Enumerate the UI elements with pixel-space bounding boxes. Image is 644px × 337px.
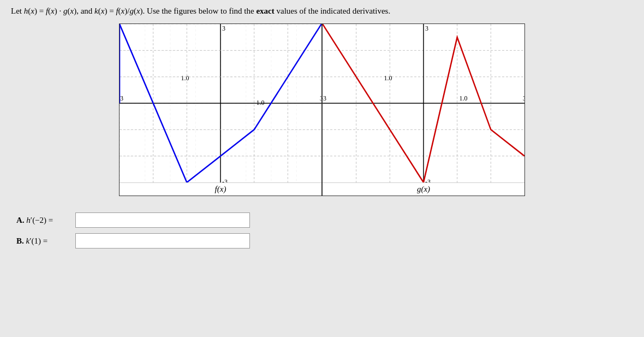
svg-text:-3: -3: [222, 178, 228, 182]
svg-text:3: 3: [523, 94, 524, 102]
graphs-container: -3 3 3 -3 1.0 1.0: [11, 23, 633, 196]
fx-graph-wrapper: -3 3 3 -3 1.0 1.0: [119, 23, 322, 196]
svg-text:3: 3: [222, 25, 225, 32]
gx-label: g(x): [323, 182, 524, 196]
svg-text:1.0: 1.0: [384, 74, 392, 82]
answer-label-A: A. h′(−2) =: [16, 216, 71, 225]
svg-text:3: 3: [425, 25, 428, 32]
fx-label: f(x): [120, 182, 321, 196]
svg-text:1.0: 1.0: [181, 74, 189, 82]
svg-text:3: 3: [320, 94, 321, 102]
answer-label-B: B. k′(1) =: [16, 237, 71, 246]
answers-section: A. h′(−2) = B. k′(1) =: [11, 212, 633, 249]
answer-row-B: B. k′(1) =: [16, 233, 633, 249]
svg-text:-3: -3: [425, 178, 431, 182]
svg-text:1.0: 1.0: [257, 99, 265, 107]
answer-row-A: A. h′(−2) =: [16, 212, 633, 228]
answer-input-B[interactable]: [75, 233, 250, 249]
gx-graph-canvas: -3 3 3 -3 1.0 1.0: [323, 24, 524, 182]
answer-input-A[interactable]: [75, 212, 250, 228]
gx-graph-wrapper: -3 3 3 -3 1.0 1.0 g(x): [322, 23, 525, 196]
problem-statement: Let h(x) = f(x) · g(x), and k(x) = f(x)/…: [11, 5, 633, 17]
svg-text:-3: -3: [323, 94, 326, 102]
svg-text:1.0: 1.0: [460, 94, 468, 102]
fx-graph-canvas: -3 3 3 -3 1.0 1.0: [120, 24, 321, 182]
